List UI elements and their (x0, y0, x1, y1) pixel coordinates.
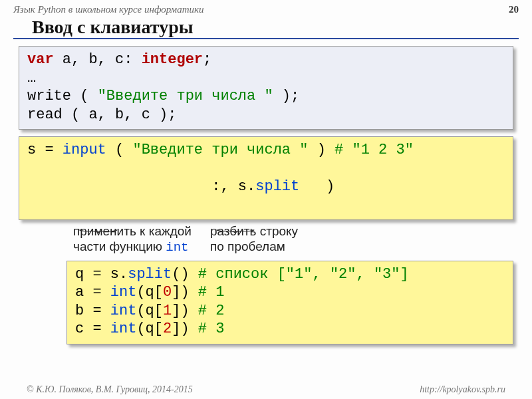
code-line: var a, b, c: integer; (27, 51, 505, 69)
pascal-code-box: var a, b, c: integer; … write ( "Введите… (19, 46, 513, 130)
annotation-right: ⏟ разбить строку по пробелам (210, 224, 298, 255)
code-line: q = s.split() # список ["1", "2", "3"] (75, 265, 505, 284)
code-line: s = input ( "Введите три числа " ) # "1 … (27, 141, 505, 160)
copyright: © К.Ю. Поляков, В.М. Гуровиц, 2014-2015 (27, 384, 193, 395)
course-name: Язык Python в школьном курсе информатики (13, 4, 204, 15)
code-line: a = int(q[0]) # 1 (75, 283, 505, 302)
slide-footer: © К.Ю. Поляков, В.М. Гуровиц, 2014-2015 … (0, 384, 532, 395)
brace-icon: ⏟ (216, 215, 253, 234)
python-code-box-2: q = s.split() # список ["1", "2", "3"] a… (66, 261, 513, 344)
code-line: write ( "Введите три числа " ); (27, 87, 505, 106)
page-number: 20 (509, 4, 519, 15)
code-line: b = int(q[1]) # 2 (75, 302, 505, 321)
python-code-box-1: s = input ( "Введите три числа " ) # "1 … (19, 136, 513, 220)
code-line: … (27, 69, 505, 88)
footer-url: http://kpolyakov.spb.ru (420, 384, 505, 395)
slide-header: Язык Python в школьном курсе информатики… (0, 0, 532, 17)
annotation-row: ⏟ применить к каждой части функцию int ⏟… (0, 224, 532, 255)
annotation-left: ⏟ применить к каждой части функцию int (73, 224, 192, 255)
slide-title: Ввод с клавиатуры (13, 17, 519, 39)
brace-icon: ⏟ (79, 215, 116, 234)
code-line: c = int(q[2]) # 3 (75, 320, 505, 338)
code-line: read ( a, b, c ); (27, 106, 505, 124)
code-line: :, s.split ) (27, 160, 505, 215)
